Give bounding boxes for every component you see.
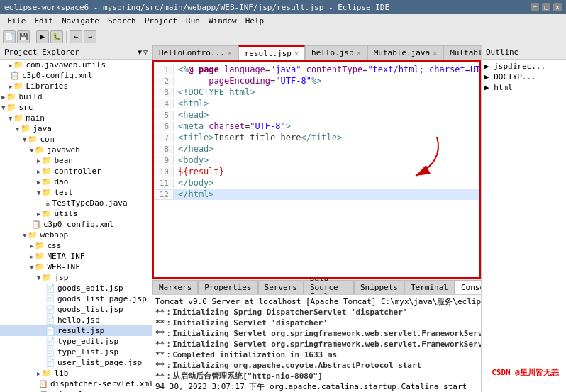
tree-item-11[interactable]: ▶📁dao	[0, 177, 152, 187]
tree-item-14[interactable]: ▶📁utils	[0, 208, 152, 219]
pe-collapse-icon[interactable]: ▼	[138, 48, 142, 56]
tree-item-6[interactable]: ▼📁java	[0, 123, 152, 134]
tree-icon-23: 📄	[45, 305, 55, 314]
bottom-tab-4[interactable]: Snippets	[354, 280, 404, 294]
editor-tab-close-1[interactable]: ✕	[294, 50, 299, 57]
tree-icon-5: 📁	[13, 113, 23, 123]
bottom-tab-5[interactable]: Terminal	[404, 280, 455, 294]
tree-icon-28: 📄	[45, 358, 55, 367]
tree-item-31[interactable]: 📋web.xml	[0, 389, 152, 392]
maximize-button[interactable]: □	[542, 3, 550, 11]
tree-item-23[interactable]: 📄goods_list.jsp	[0, 304, 152, 315]
tree-item-29[interactable]: ▶📁lib	[0, 368, 152, 379]
tree-item-12[interactable]: ▼📁test	[0, 187, 152, 198]
console-line-7: **：从启动后台管理系统["http-nio-8080"]	[155, 371, 478, 381]
tree-item-15[interactable]: 📋c3p0-config.xml	[0, 219, 152, 230]
editor-panel: HelloContro...✕result.jsp✕hello.jsp✕Muta…	[152, 45, 481, 279]
tree-item-7[interactable]: ▼📁com	[0, 134, 152, 145]
tree-item-25[interactable]: 📄result.jsp	[0, 325, 152, 336]
back-button[interactable]: ←	[70, 30, 82, 43]
bottom-tab-6[interactable]: Console ✕	[455, 280, 481, 294]
editor-tab-3[interactable]: Mutable.java✕	[367, 45, 444, 60]
editor-tab-label-4: MultableCon...	[450, 48, 481, 57]
menu-item-window[interactable]: Window	[204, 15, 241, 27]
pe-menu-icon[interactable]: ▽	[143, 48, 148, 56]
menu-item-edit[interactable]: Edit	[30, 15, 58, 27]
tree-item-8[interactable]: ▼📁javaweb	[0, 145, 152, 155]
tree-icon-22: 📄	[45, 294, 55, 303]
menu-item-run[interactable]: Run	[182, 15, 204, 27]
menu-item-navigate[interactable]: Navigate	[57, 15, 104, 27]
tree-item-0[interactable]: ▶📁com.javaweb.utils	[0, 60, 152, 70]
bottom-tab-0[interactable]: Markers	[152, 280, 198, 294]
tree-item-5[interactable]: ▼📁main	[0, 113, 152, 123]
tree-item-1[interactable]: 📋c3p0-config.xml	[0, 70, 152, 81]
editor-tab-close-3[interactable]: ✕	[433, 49, 437, 57]
tree-item-28[interactable]: 📄user_list_page.jsp	[0, 357, 152, 368]
editor-content[interactable]: 1<%@ page language="java" contentType="t…	[152, 61, 481, 279]
tree-icon-27: 📄	[45, 347, 55, 357]
menu-item-help[interactable]: Help	[241, 15, 269, 27]
debug-button[interactable]: 🐛	[50, 30, 63, 43]
tree-icon-6: 📁	[21, 124, 30, 133]
editor-tab-close-0[interactable]: ✕	[228, 49, 232, 57]
new-button[interactable]: 📄	[3, 30, 16, 43]
tree-item-4[interactable]: ▼📁src	[0, 102, 152, 113]
forward-button[interactable]: →	[84, 30, 96, 43]
tree-item-26[interactable]: 📄type_edit.jsp	[0, 336, 152, 347]
line-number-6: 6	[154, 122, 174, 131]
console-line-3: **：Initializing Servlet org.springframew…	[155, 328, 478, 339]
tree-label-16: webapp	[40, 230, 68, 240]
console-line-8: 94 30, 2023 3:07:17 下午 org.apache.catali…	[155, 381, 478, 392]
tree-item-21[interactable]: 📄goods_edit.jsp	[0, 283, 152, 293]
tree-item-27[interactable]: 📄type_list.jsp	[0, 347, 152, 357]
tree-item-17[interactable]: ▶📁css	[0, 240, 152, 251]
tree-item-22[interactable]: 📄goods_list_page.jsp	[0, 293, 152, 304]
tree-icon-24: 📄	[45, 315, 55, 325]
editor-tab-0[interactable]: HelloContro...✕	[152, 45, 238, 60]
editor-tab-close-2[interactable]: ✕	[357, 49, 361, 57]
bottom-tab-3[interactable]: Data Source Explorer	[304, 280, 354, 294]
tree-label-20: jsp	[54, 273, 68, 282]
tree-arrow-8: ▼	[30, 147, 33, 154]
editor-tab-2[interactable]: hello.jsp✕	[305, 45, 367, 60]
editor-tab-1[interactable]: result.jsp✕	[238, 45, 305, 60]
run-button[interactable]: ▶	[36, 30, 49, 43]
line-content-10: ${result}	[174, 167, 224, 177]
tree-item-3[interactable]: ▶📁build	[0, 91, 152, 102]
project-explorer: Project Explorer ▼ ▽ ▶📁com.javaweb.utils…	[0, 45, 152, 392]
tree-label-5: main	[26, 113, 45, 123]
console-line-4: **：Initializing Servlet org.springframew…	[155, 339, 478, 349]
bottom-tab-1[interactable]: Properties	[198, 280, 257, 294]
tree-label-14: utils	[54, 209, 77, 218]
tree-item-18[interactable]: ▶📁META-INF	[0, 251, 152, 262]
tree-item-16[interactable]: ▼📁webapp	[0, 230, 152, 240]
tree-item-19[interactable]: ▼📁WEB-INF	[0, 262, 152, 272]
menu-item-file[interactable]: File	[3, 15, 30, 27]
console-line-0: Tomcat v9.0 Server at localhost [Apache …	[155, 296, 478, 307]
menu-item-project[interactable]: Project	[140, 15, 182, 27]
minimize-button[interactable]: ─	[531, 3, 539, 11]
editor-tab-4[interactable]: MultableCon...✕	[443, 45, 481, 60]
tree-icon-11: 📁	[42, 177, 52, 186]
tree-item-9[interactable]: ▶📁bean	[0, 155, 152, 166]
tree-item-2[interactable]: ▶📁Libraries	[0, 81, 152, 91]
outline-item-2[interactable]: ▶ html	[483, 82, 565, 93]
close-button[interactable]: ✕	[553, 3, 562, 11]
tree-item-10[interactable]: ▶📁controller	[0, 166, 152, 177]
toolbar: 📄 💾 ▶ 🐛 ← →	[0, 28, 566, 45]
outline-item-0[interactable]: ▶ jspdirec...	[483, 61, 565, 72]
menu-item-search[interactable]: Search	[104, 15, 140, 27]
tree-icon-0: 📁	[13, 60, 23, 69]
save-button[interactable]: 💾	[17, 30, 30, 43]
tree-item-20[interactable]: ▼📁jsp	[0, 272, 152, 283]
tree-icon-9: 📁	[42, 156, 52, 165]
tree-label-28: user_list_page.jsp	[57, 358, 142, 367]
outline-item-1[interactable]: ▶ DOCTYP...	[483, 72, 565, 82]
tree-item-30[interactable]: 📋dispatcher-servlet.xml	[0, 379, 152, 389]
tree-item-24[interactable]: 📄hello.jsp	[0, 315, 152, 325]
tree-item-13[interactable]: ☕TestTypeDao.java	[0, 198, 152, 208]
tree-arrow-16: ▼	[23, 232, 26, 239]
bottom-tab-2[interactable]: Servers	[258, 280, 304, 294]
tree-arrow-2: ▶	[9, 83, 12, 90]
